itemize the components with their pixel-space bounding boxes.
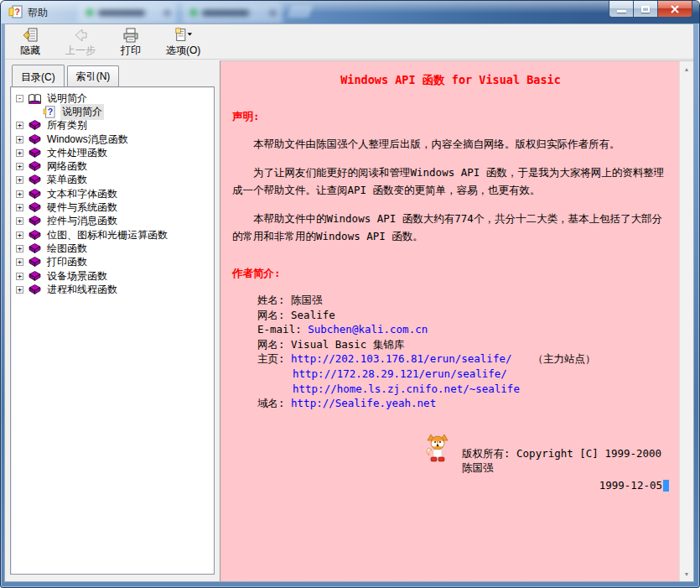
tree-item[interactable]: +所有类别: [13, 119, 212, 133]
back-button-label: 上一步: [65, 44, 96, 58]
tree-item[interactable]: +设备场景函数: [13, 269, 212, 283]
tree-item[interactable]: +Windows消息函数: [13, 133, 212, 146]
tree-item[interactable]: +网络函数: [13, 159, 212, 173]
close-button[interactable]: [657, 1, 692, 18]
print-button[interactable]: 打印: [116, 27, 146, 58]
help-topic-page: Windows API 函数 for Visual Basic 声明: 本帮助文…: [220, 61, 679, 581]
expand-icon[interactable]: +: [16, 163, 23, 170]
close-icon: [670, 5, 680, 13]
expand-icon[interactable]: +: [16, 122, 23, 129]
author-link[interactable]: Subchen@kali.com.cn: [308, 323, 428, 336]
scroll-up-button[interactable]: ▲: [681, 62, 692, 75]
help-window: ? 帮助: [0, 0, 700, 588]
author-field-label: 域名:: [257, 397, 291, 409]
minimize-icon: [617, 10, 626, 13]
book-icon: [28, 270, 42, 283]
date-line: 1999-12-05: [462, 479, 669, 492]
author-field-label: 网名:: [257, 309, 291, 321]
background-browser-tab: [78, 3, 177, 23]
author-info-line: 网名: Sealife: [257, 308, 669, 323]
tree-item[interactable]: +文件处理函数: [13, 146, 212, 159]
author-info-block: 姓名: 陈国强网名: SealifeE-mail: Subchen@kali.c…: [257, 293, 669, 411]
author-link[interactable]: http://202.103.176.81/erun/sealife/: [291, 352, 511, 365]
content-pane: Windows API 函数 for Visual Basic 声明: 本帮助文…: [220, 60, 693, 581]
print-icon: [122, 27, 140, 44]
copyright-line: 版权所有: Copyright [C] 1999-2000 陈国强: [462, 447, 669, 476]
book-open-icon: [28, 92, 42, 105]
help-page-icon: ?: [43, 106, 57, 118]
window-title: 帮助: [28, 6, 48, 20]
sidebar-tabs: 目录(C) 索引(N): [10, 65, 215, 86]
scroll-down-button[interactable]: ▼: [681, 567, 692, 580]
expand-icon[interactable]: +: [16, 149, 23, 157]
author-info-line: E-mail: Subchen@kali.com.cn: [257, 322, 669, 337]
statement-paragraph: 本帮助文件中的Windows API 函数大约有774个，共分十二大类，基本上包…: [232, 210, 669, 245]
tab-index[interactable]: 索引(N): [67, 65, 120, 86]
tree-item[interactable]: +位图、图标和光栅运算函数: [13, 228, 212, 242]
tree-item[interactable]: +绘图函数: [13, 242, 212, 255]
back-button[interactable]: 上一步: [65, 27, 96, 58]
tree-item[interactable]: +菜单函数: [13, 174, 212, 187]
hide-button[interactable]: 隐藏: [15, 27, 45, 58]
author-info-line: http://home.ls.zj.cnifo.net/~sealife: [257, 382, 669, 397]
expand-icon[interactable]: +: [16, 286, 23, 294]
options-button-label: 选项(O): [166, 44, 200, 58]
fox-mascot-image: [425, 433, 450, 465]
collapse-icon[interactable]: -: [16, 95, 23, 102]
expand-icon[interactable]: +: [16, 204, 23, 211]
copyright-block: 版权所有: Copyright [C] 1999-2000 陈国强 1999-1…: [232, 433, 669, 492]
svg-text:?: ?: [48, 107, 53, 117]
help-app-icon: ?: [8, 5, 23, 19]
book-icon: [28, 119, 42, 132]
tree-item[interactable]: +控件与消息函数: [13, 215, 212, 228]
expand-icon[interactable]: +: [16, 136, 23, 143]
author-heading: 作者简介:: [232, 267, 669, 281]
copyright-date: 1999-12-05: [599, 479, 662, 492]
book-icon: [28, 215, 42, 227]
toolbar: 隐藏 上一步: [5, 24, 693, 60]
author-link[interactable]: http://172.28.29.121/erun/sealife/: [293, 367, 507, 380]
options-button[interactable]: 选项(O): [166, 27, 200, 58]
book-icon: [28, 229, 42, 242]
background-newtab-blob: [288, 5, 314, 18]
vertical-scrollbar[interactable]: ▲ ▼: [679, 61, 693, 581]
minimize-button[interactable]: [609, 1, 634, 18]
tree-item[interactable]: ?说明简介: [13, 105, 212, 118]
author-field-label: 姓名:: [257, 294, 291, 306]
tree-item[interactable]: -说明简介: [13, 91, 212, 105]
expand-icon[interactable]: +: [16, 232, 23, 239]
hide-icon: [21, 27, 39, 44]
background-browser-tab: [182, 3, 283, 23]
window-body: 隐藏 上一步: [4, 23, 694, 582]
expand-icon[interactable]: +: [16, 258, 23, 266]
statement-heading: 声明:: [232, 110, 669, 124]
tab-contents[interactable]: 目录(C): [12, 65, 65, 86]
expand-icon[interactable]: +: [16, 190, 23, 198]
print-button-label: 打印: [121, 44, 141, 58]
expand-icon[interactable]: +: [16, 176, 23, 184]
statement-paragraph: 本帮助文件由陈国强个人整理后出版，内容全摘自网络。版权归实际作者所有。: [232, 135, 669, 153]
hide-button-label: 隐藏: [20, 44, 40, 58]
author-info-line: 域名: http://Sealife.yeah.net: [257, 396, 669, 411]
expand-icon[interactable]: +: [16, 273, 23, 280]
statement-paragraph: 为了让网友们能更好的阅读和管理Windows API 函数，于是我为大家将网上的…: [232, 164, 669, 199]
tree-item[interactable]: +文本和字体函数: [13, 187, 212, 200]
expand-icon[interactable]: +: [16, 217, 23, 225]
author-field-label: 网名:: [257, 338, 291, 351]
tree-item[interactable]: +硬件与系统函数: [13, 200, 212, 214]
author-value: 陈国强: [291, 294, 323, 306]
titlebar[interactable]: ? 帮助: [1, 1, 699, 23]
book-icon: [28, 174, 42, 186]
author-info-line: 姓名: 陈国强: [257, 293, 669, 308]
author-link[interactable]: http://Sealife.yeah.net: [291, 397, 436, 409]
author-link[interactable]: http://home.ls.zj.cnifo.net/~sealife: [293, 382, 520, 395]
contents-tree: -说明简介?说明简介+所有类别+Windows消息函数+文件处理函数+网络函数+…: [10, 86, 215, 575]
author-value: Visual Basic 集锦库: [291, 338, 404, 351]
tree-item[interactable]: +打印函数: [13, 256, 212, 269]
expand-icon[interactable]: +: [16, 245, 23, 252]
author-field-label: E-mail:: [257, 323, 308, 336]
author-value: Sealife: [291, 309, 335, 321]
text-cursor-block: [663, 480, 669, 492]
tree-item[interactable]: +进程和线程函数: [13, 283, 212, 296]
maximize-button[interactable]: [634, 1, 657, 18]
